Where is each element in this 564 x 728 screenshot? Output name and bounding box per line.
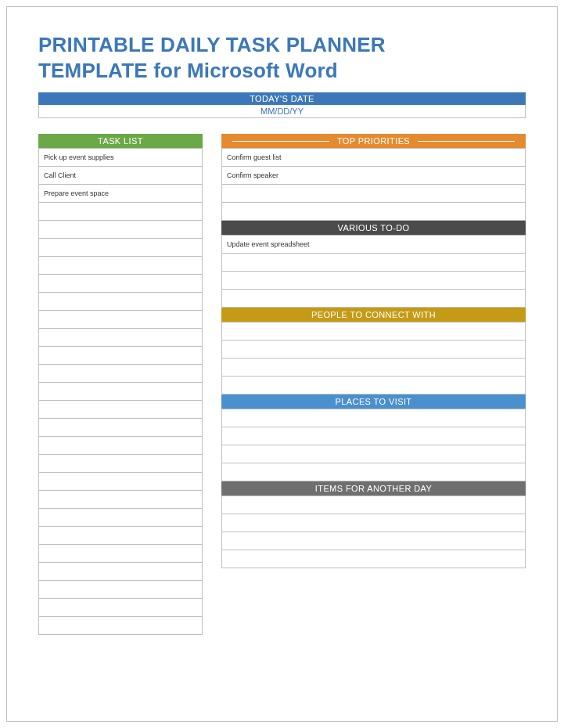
table-cell (222, 203, 526, 221)
title-line-1: PRINTABLE DAILY TASK PLANNER (38, 33, 386, 56)
table-cell (39, 311, 203, 329)
table-cell (39, 455, 203, 473)
table-cell (222, 496, 526, 514)
various-todo-section: VARIOUS TO-DO Update event spreadsheet (221, 221, 526, 308)
table-cell (39, 491, 203, 509)
top-priorities-header-label: TOP PRIORITIES (337, 136, 410, 146)
table-cell (39, 527, 203, 545)
table-cell (222, 377, 526, 395)
date-value: MM/DD/YY (38, 105, 526, 118)
table-cell (39, 581, 203, 599)
items-another-day-section: ITEMS FOR ANOTHER DAY (221, 481, 526, 568)
various-todo-table: Update event spreadsheet (221, 235, 526, 308)
table-cell: Pick up event supplies (39, 149, 203, 167)
task-list-header: TASK LIST (38, 134, 203, 148)
places-visit-table (221, 409, 526, 481)
table-cell (39, 401, 203, 419)
right-column: TOP PRIORITIES Confirm guest list Confir… (221, 134, 526, 635)
table-cell (39, 383, 203, 401)
table-cell (39, 419, 203, 437)
table-cell: Update event spreadsheet (222, 236, 526, 254)
table-cell (222, 409, 526, 427)
table-cell (222, 341, 526, 359)
date-bar: TODAY'S DATE MM/DD/YY (38, 92, 526, 118)
table-cell (39, 347, 203, 365)
table-cell: Confirm speaker (222, 167, 526, 185)
places-visit-header: PLACES TO VISIT (221, 395, 526, 409)
title-line-2: TEMPLATE for Microsoft Word (38, 59, 338, 82)
table-cell (39, 599, 203, 617)
table-cell (39, 563, 203, 581)
table-cell (222, 550, 526, 568)
various-todo-header: VARIOUS TO-DO (221, 221, 526, 235)
table-cell (39, 473, 203, 491)
date-header: TODAY'S DATE (38, 92, 526, 105)
table-cell (39, 257, 203, 275)
items-another-day-header: ITEMS FOR ANOTHER DAY (221, 481, 526, 496)
table-cell (39, 239, 203, 257)
people-connect-header: PEOPLE TO CONNECT WITH (221, 308, 526, 322)
places-visit-section: PLACES TO VISIT (221, 395, 526, 481)
task-list-table: Pick up event supplies Call Client Prepa… (38, 148, 203, 635)
table-cell (222, 445, 526, 463)
table-cell (39, 293, 203, 311)
table-cell (39, 329, 203, 347)
table-cell (39, 437, 203, 455)
items-another-day-table (221, 496, 526, 568)
table-cell (222, 427, 526, 445)
page: PRINTABLE DAILY TASK PLANNER TEMPLATE fo… (6, 6, 558, 722)
top-priorities-table: Confirm guest list Confirm speaker (221, 148, 526, 221)
columns: TASK LIST Pick up event supplies Call Cl… (38, 134, 526, 635)
people-connect-section: PEOPLE TO CONNECT WITH (221, 308, 526, 395)
table-cell (39, 617, 203, 635)
table-cell (39, 203, 203, 221)
table-cell (39, 221, 203, 239)
table-cell (222, 359, 526, 377)
table-cell: Confirm guest list (222, 149, 526, 167)
table-cell: Call Client (39, 167, 203, 185)
table-cell: Prepare event space (39, 185, 203, 203)
table-cell (222, 254, 526, 272)
top-priorities-section: TOP PRIORITIES Confirm guest list Confir… (221, 134, 526, 221)
table-cell (39, 509, 203, 527)
table-cell (222, 532, 526, 550)
people-connect-table (221, 322, 526, 395)
top-priorities-header: TOP PRIORITIES (221, 134, 526, 148)
task-list-section: TASK LIST Pick up event supplies Call Cl… (38, 134, 203, 635)
document-title: PRINTABLE DAILY TASK PLANNER TEMPLATE fo… (38, 32, 526, 83)
table-cell (222, 463, 526, 481)
table-cell (222, 514, 526, 532)
left-column: TASK LIST Pick up event supplies Call Cl… (38, 134, 203, 635)
table-cell (222, 323, 526, 341)
table-cell (39, 365, 203, 383)
table-cell (39, 275, 203, 293)
table-cell (39, 545, 203, 563)
table-cell (222, 290, 526, 308)
table-cell (222, 185, 526, 203)
table-cell (222, 272, 526, 290)
